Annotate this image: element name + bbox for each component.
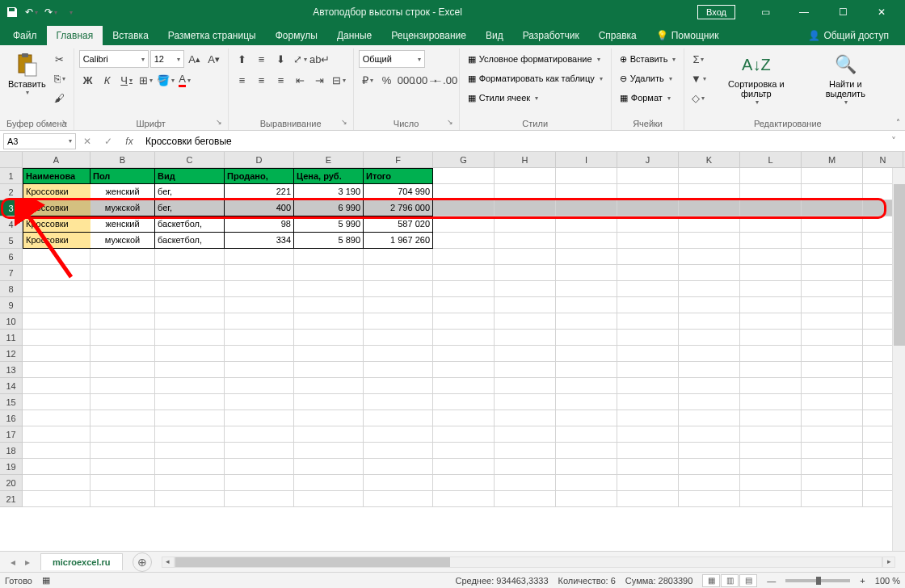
sheet-tab[interactable]: microexcel.ru bbox=[40, 553, 123, 570]
macro-recorder-icon[interactable]: ▦ bbox=[42, 575, 50, 586]
cell[interactable] bbox=[433, 297, 495, 313]
cell[interactable] bbox=[556, 346, 617, 362]
cell[interactable] bbox=[495, 330, 556, 346]
cell[interactable] bbox=[225, 426, 294, 443]
cell[interactable] bbox=[364, 459, 433, 475]
cell[interactable] bbox=[225, 459, 294, 475]
tab-review[interactable]: Рецензирование bbox=[381, 26, 476, 45]
cell[interactable] bbox=[364, 330, 433, 346]
cell[interactable] bbox=[679, 281, 740, 297]
merge-icon[interactable]: ⊟▾ bbox=[330, 71, 348, 89]
tab-help[interactable]: Справка bbox=[589, 26, 646, 45]
cell[interactable] bbox=[225, 410, 294, 426]
cell[interactable] bbox=[294, 330, 364, 346]
cell[interactable] bbox=[495, 200, 556, 216]
row-header-15[interactable]: 15 bbox=[0, 394, 23, 410]
cell[interactable] bbox=[364, 394, 433, 410]
col-header-G[interactable]: G bbox=[433, 152, 495, 167]
cell[interactable] bbox=[556, 249, 617, 265]
cell[interactable] bbox=[155, 330, 225, 346]
cell[interactable] bbox=[90, 443, 155, 459]
cell[interactable] bbox=[23, 475, 90, 491]
cell[interactable] bbox=[617, 346, 679, 362]
tab-view[interactable]: Вид bbox=[476, 26, 513, 45]
cell[interactable] bbox=[556, 475, 617, 491]
cell[interactable] bbox=[433, 410, 495, 426]
name-box[interactable]: A3▾ bbox=[3, 133, 76, 149]
cell[interactable]: 704 990 bbox=[364, 184, 433, 200]
cell[interactable]: баскетбол, bbox=[155, 233, 225, 249]
row-header-14[interactable]: 14 bbox=[0, 378, 23, 394]
cell[interactable] bbox=[556, 426, 617, 443]
increase-font-icon[interactable]: A▴ bbox=[186, 50, 204, 68]
cell[interactable] bbox=[556, 378, 617, 394]
cell[interactable] bbox=[679, 184, 740, 200]
cell[interactable] bbox=[90, 459, 155, 475]
align-center-icon[interactable]: ≡ bbox=[253, 71, 271, 89]
cell[interactable] bbox=[740, 491, 802, 507]
cell[interactable] bbox=[556, 491, 617, 507]
cell[interactable] bbox=[433, 184, 495, 200]
cell[interactable] bbox=[556, 168, 617, 184]
enter-formula-icon[interactable]: ✓ bbox=[99, 133, 118, 149]
cell[interactable] bbox=[495, 362, 556, 378]
cell[interactable] bbox=[23, 265, 90, 281]
cell[interactable] bbox=[802, 394, 863, 410]
cell[interactable] bbox=[617, 297, 679, 313]
cell[interactable] bbox=[802, 426, 863, 443]
cell[interactable] bbox=[23, 378, 90, 394]
col-header-E[interactable]: E bbox=[294, 152, 364, 167]
col-header-D[interactable]: D bbox=[225, 152, 294, 167]
cell[interactable]: 98 bbox=[225, 216, 294, 233]
undo-icon[interactable]: ↶▾ bbox=[24, 5, 39, 19]
row-header-12[interactable]: 12 bbox=[0, 346, 23, 362]
cell[interactable] bbox=[802, 346, 863, 362]
tab-page-layout[interactable]: Разметка страницы bbox=[158, 26, 266, 45]
cell[interactable] bbox=[556, 313, 617, 330]
cell[interactable] bbox=[23, 459, 90, 475]
cell[interactable] bbox=[679, 475, 740, 491]
collapse-ribbon-icon[interactable]: ˄ bbox=[896, 118, 900, 127]
cell[interactable] bbox=[364, 378, 433, 394]
cell[interactable] bbox=[679, 297, 740, 313]
cell[interactable] bbox=[23, 313, 90, 330]
cell[interactable] bbox=[495, 475, 556, 491]
cell[interactable] bbox=[556, 362, 617, 378]
col-header-M[interactable]: M bbox=[802, 152, 863, 167]
cell[interactable] bbox=[23, 491, 90, 507]
cell[interactable] bbox=[617, 168, 679, 184]
view-page-break-icon[interactable]: ▤ bbox=[739, 574, 757, 587]
cell[interactable] bbox=[433, 281, 495, 297]
sign-in-button[interactable]: Вход bbox=[697, 5, 735, 19]
cell[interactable] bbox=[802, 168, 863, 184]
cell[interactable] bbox=[617, 378, 679, 394]
cell[interactable]: 334 bbox=[225, 233, 294, 249]
wrap-text-icon[interactable]: ab↵ bbox=[311, 50, 329, 68]
cell[interactable] bbox=[679, 378, 740, 394]
cell[interactable] bbox=[740, 216, 802, 233]
cell[interactable] bbox=[294, 313, 364, 330]
borders-icon[interactable]: ⊞▾ bbox=[137, 71, 155, 89]
col-header-K[interactable]: K bbox=[679, 152, 740, 167]
clear-icon[interactable]: ◇▾ bbox=[689, 89, 707, 107]
cell[interactable] bbox=[155, 394, 225, 410]
row-header-18[interactable]: 18 bbox=[0, 443, 23, 459]
cell[interactable] bbox=[364, 475, 433, 491]
cell[interactable] bbox=[617, 491, 679, 507]
font-name-combo[interactable]: Calibri▾ bbox=[79, 50, 149, 68]
underline-icon[interactable]: Ч▾ bbox=[118, 71, 136, 89]
cell[interactable] bbox=[155, 249, 225, 265]
cell[interactable] bbox=[740, 394, 802, 410]
cell[interactable] bbox=[155, 297, 225, 313]
cell[interactable] bbox=[802, 249, 863, 265]
cell[interactable] bbox=[23, 443, 90, 459]
cell[interactable] bbox=[294, 426, 364, 443]
fill-icon[interactable]: ▼▾ bbox=[689, 69, 707, 87]
cell[interactable]: 3 190 bbox=[294, 184, 364, 200]
cell[interactable] bbox=[802, 362, 863, 378]
cell[interactable] bbox=[802, 459, 863, 475]
cell[interactable] bbox=[617, 330, 679, 346]
cell[interactable] bbox=[556, 281, 617, 297]
cell[interactable] bbox=[294, 491, 364, 507]
cell[interactable] bbox=[294, 443, 364, 459]
